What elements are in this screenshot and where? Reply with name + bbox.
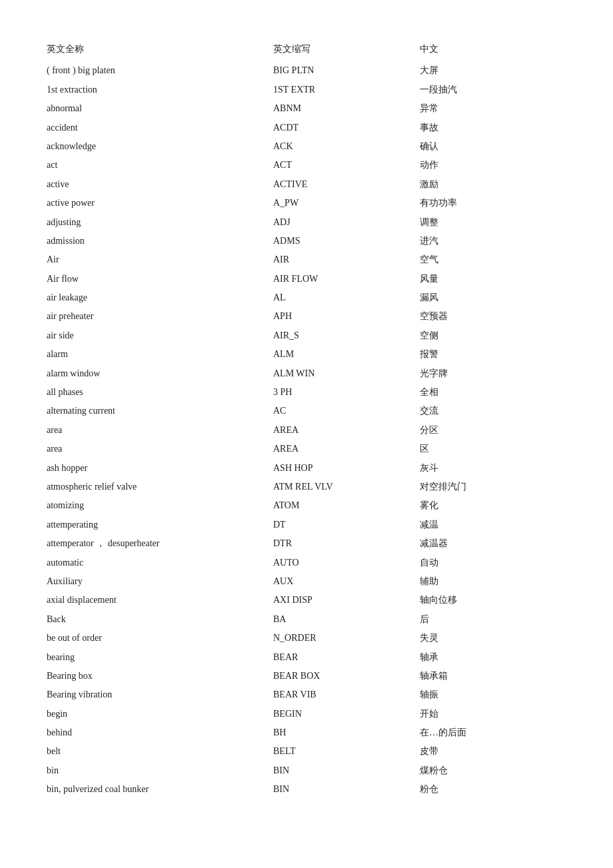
glossary-table: 英文全称 英文缩写 中文 ( front ) big platenBIG PLT…	[47, 40, 566, 799]
cell-chinese: 空侧	[420, 328, 566, 343]
cell-english: act	[47, 158, 273, 173]
cell-abbrev: AIR FLOW	[273, 272, 420, 286]
cell-english: ( front ) big platen	[47, 63, 273, 78]
table-row: all phases3 PH全相	[47, 383, 566, 402]
table-row: Air flowAIR FLOW风量	[47, 270, 566, 288]
cell-english: Back	[47, 612, 273, 627]
header-abbrev: 英文缩写	[273, 42, 420, 57]
cell-abbrev: AREA	[273, 423, 420, 438]
cell-abbrev: ACDT	[273, 121, 420, 135]
cell-abbrev: BELT	[273, 744, 420, 759]
cell-chinese: 轴向位移	[420, 593, 566, 608]
table-row: bin, pulverized coal bunkerBIN粉仓	[47, 780, 566, 799]
cell-chinese: 粉仓	[420, 782, 566, 797]
cell-english: behind	[47, 725, 273, 740]
cell-english: air leakage	[47, 290, 273, 305]
cell-english: Auxiliary	[47, 574, 273, 589]
cell-abbrev: BIN	[273, 782, 420, 797]
cell-chinese: 减温器	[420, 536, 566, 551]
table-row: areaAREA区	[47, 440, 566, 458]
cell-abbrev: BH	[273, 725, 420, 740]
cell-abbrev: BIN	[273, 763, 420, 778]
cell-english: acknowledge	[47, 139, 273, 154]
table-row: Bearing boxBEAR BOX轴承箱	[47, 667, 566, 685]
cell-english: Air	[47, 252, 273, 267]
cell-chinese: 辅助	[420, 574, 566, 589]
table-row: bearingBEAR轴承	[47, 648, 566, 667]
cell-english: area	[47, 442, 273, 456]
cell-chinese: 雾化	[420, 498, 566, 513]
table-row: adjustingADJ调整	[47, 213, 566, 232]
cell-abbrev: ABNM	[273, 101, 420, 116]
cell-abbrev: N_ORDER	[273, 631, 420, 646]
cell-chinese: 灰斗	[420, 461, 566, 476]
cell-english: atomizing	[47, 498, 273, 513]
cell-chinese: 轴振	[420, 687, 566, 702]
cell-chinese: 对空排汽门	[420, 480, 566, 494]
table-row: ( front ) big platenBIG PLTN大屏	[47, 61, 566, 80]
table-row: atmospheric relief valveATM REL VLV对空排汽门	[47, 478, 566, 496]
cell-abbrev: AUTO	[273, 556, 420, 570]
cell-english: air side	[47, 328, 273, 343]
cell-abbrev: AREA	[273, 442, 420, 456]
table-row: accidentACDT事故	[47, 119, 566, 137]
cell-chinese: 空气	[420, 252, 566, 267]
table-row: activeACTIVE激励	[47, 175, 566, 194]
table-row: AirAIR空气	[47, 250, 566, 269]
cell-chinese: 煤粉仓	[420, 763, 566, 778]
cell-abbrev: AXI DISP	[273, 593, 420, 608]
header-chinese: 中文	[420, 42, 566, 57]
cell-english: adjusting	[47, 215, 273, 230]
table-row: air preheaterAPH空预器	[47, 307, 566, 326]
cell-abbrev: APH	[273, 309, 420, 324]
cell-abbrev: ASH HOP	[273, 461, 420, 476]
cell-chinese: 分区	[420, 423, 566, 438]
cell-chinese: 调整	[420, 215, 566, 230]
table-row: air leakageAL漏风	[47, 288, 566, 307]
table-row: 1st extraction1ST EXTR一段抽汽	[47, 81, 566, 99]
table-row: alarmALM报警	[47, 345, 566, 364]
cell-abbrev: AL	[273, 290, 420, 305]
cell-english: axial displacement	[47, 593, 273, 608]
cell-english: alarm window	[47, 366, 273, 381]
cell-abbrev: AIR_S	[273, 328, 420, 343]
cell-english: active	[47, 177, 273, 192]
cell-english: area	[47, 423, 273, 438]
table-row: actACT动作	[47, 156, 566, 175]
cell-english: all phases	[47, 385, 273, 400]
cell-english: abnormal	[47, 101, 273, 116]
cell-chinese: 自动	[420, 556, 566, 570]
cell-chinese: 开始	[420, 707, 566, 721]
table-row: abnormalABNM异常	[47, 99, 566, 118]
cell-english: alternating current	[47, 404, 273, 418]
cell-chinese: 大屏	[420, 63, 566, 78]
table-row: AuxiliaryAUX辅助	[47, 572, 566, 591]
cell-abbrev: 3 PH	[273, 385, 420, 400]
cell-abbrev: BEGIN	[273, 707, 420, 721]
cell-abbrev: ATOM	[273, 498, 420, 513]
cell-abbrev: ADMS	[273, 234, 420, 248]
cell-abbrev: ACT	[273, 158, 420, 173]
cell-chinese: 风量	[420, 272, 566, 286]
cell-english: automatic	[47, 556, 273, 570]
cell-chinese: 后	[420, 612, 566, 627]
cell-chinese: 减温	[420, 518, 566, 532]
table-row: alternating currentAC交流	[47, 402, 566, 420]
cell-english: bearing	[47, 650, 273, 665]
cell-chinese: 一段抽汽	[420, 83, 566, 97]
table-row: be out of orderN_ORDER失灵	[47, 629, 566, 648]
cell-abbrev: 1ST EXTR	[273, 83, 420, 97]
cell-abbrev: A_PW	[273, 196, 420, 211]
cell-chinese: 报警	[420, 347, 566, 362]
table-row: automaticAUTO自动	[47, 554, 566, 572]
table-row: Bearing vibrationBEAR VIB轴振	[47, 685, 566, 704]
cell-english: Bearing vibration	[47, 687, 273, 702]
cell-abbrev: BEAR VIB	[273, 687, 420, 702]
cell-english: accident	[47, 121, 273, 135]
table-row: binBIN煤粉仓	[47, 761, 566, 780]
table-row: atomizingATOM雾化	[47, 496, 566, 515]
cell-chinese: 动作	[420, 158, 566, 173]
table-row: air sideAIR_S空侧	[47, 326, 566, 345]
table-row: axial displacementAXI DISP轴向位移	[47, 591, 566, 610]
table-row: areaAREA分区	[47, 421, 566, 440]
